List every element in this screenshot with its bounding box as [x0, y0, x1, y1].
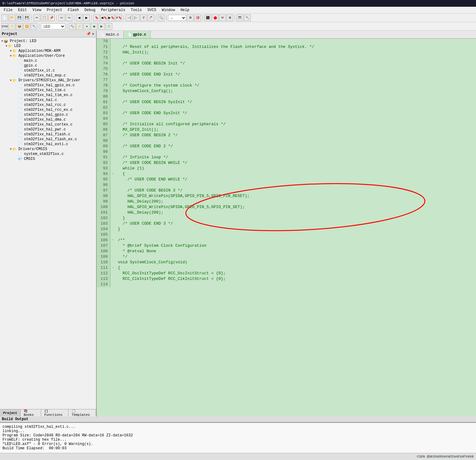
tree-node-4[interactable]: 📄main.c — [0, 58, 96, 63]
clear-bookmark-btn[interactable]: ✕🔖 — [115, 14, 122, 21]
tb2-btn5[interactable]: 🔧 — [31, 23, 37, 30]
menu-item-file[interactable]: File — [1, 7, 15, 13]
tree-node-9[interactable]: 📄stm32f1xx_hal_gpio_ex.c — [0, 83, 96, 88]
tree-node-24[interactable]: 💎CMSIS — [0, 157, 96, 161]
more-btn[interactable]: ⚙ — [226, 14, 233, 21]
code-container[interactable]: 7071 /* Reset of all peripherals, Initia… — [97, 39, 476, 287]
tree-node-6[interactable]: 📄stm32f1xx_it.c — [0, 68, 96, 73]
file-tab-gpio.c[interactable]: 📄gpio.c — [124, 31, 151, 38]
tree-node-5[interactable]: 📄gpio.c — [0, 63, 96, 68]
proj-tab-functions[interactable]: {} Functions — [41, 409, 68, 416]
back-btn[interactable]: ◀ — [76, 14, 83, 21]
debug2-btn[interactable]: ⟳ — [219, 14, 226, 21]
config-btn[interactable]: ⚙ — [187, 14, 194, 21]
tree-node-3[interactable]: ▼📁Application/User/Core — [0, 53, 96, 58]
outdent-btn[interactable]: |← — [133, 14, 140, 21]
tree-node-2[interactable]: ▼📁Application/MDK-ARM — [0, 48, 96, 53]
next-bookmark-btn[interactable]: ▶🔖 — [108, 14, 115, 21]
tb2-flash4[interactable]: ⬡ — [106, 23, 112, 30]
proj-tab-books[interactable]: 📚 Books — [21, 409, 41, 416]
line-fold-106[interactable]: − — [110, 238, 115, 243]
tb2-btn4[interactable]: 🔽 — [23, 23, 30, 30]
paste-btn[interactable]: 📌 — [48, 14, 55, 21]
new-btn[interactable]: 📄 — [1, 14, 8, 21]
file-tab-icon-1: 📄 — [128, 33, 132, 37]
tree-node-17[interactable]: 📄stm32f1xx_hal_cortex.c — [0, 122, 96, 127]
redo-btn[interactable]: ↪ — [66, 14, 72, 21]
menu-item-project[interactable]: Project — [44, 7, 64, 13]
tree-node-20[interactable]: 📄stm32f1xx_hal_flash_ex.c — [0, 137, 96, 142]
uncomment-btn[interactable]: /* — [148, 14, 154, 21]
bookmark-btn[interactable]: 🔖 — [93, 14, 100, 21]
menu-item-help[interactable]: Help — [178, 7, 192, 13]
tree-icon-19: 📄 — [18, 133, 22, 137]
prev-bookmark-btn[interactable]: ◀🔖 — [101, 14, 107, 21]
find-btn[interactable]: 🔍 — [158, 14, 164, 21]
run-btn[interactable]: ⬤ — [212, 14, 219, 21]
menu-item-tools[interactable]: Tools — [128, 7, 144, 13]
tree-label-14: stm32f1xx_hal_rcc_ex.c — [24, 108, 72, 112]
menu-item-window[interactable]: Window — [159, 7, 177, 13]
tree-node-19[interactable]: 📄stm32f1xx_hal_flash.c — [0, 132, 96, 137]
tree-icon-17: 📄 — [18, 123, 22, 127]
tree-node-14[interactable]: 📄stm32f1xx_hal_rcc_ex.c — [0, 107, 96, 112]
target-btn[interactable]: 🎯 — [194, 14, 201, 21]
tb2-build1[interactable]: 🔨 — [69, 23, 75, 30]
file-tab-main.c[interactable]: 📄main.c — [97, 31, 124, 38]
save-all-btn[interactable]: 💾 — [23, 14, 30, 21]
tree-icon-15: 📄 — [18, 113, 22, 117]
tree-node-18[interactable]: 📄stm32f1xx_hal_pwr.c — [0, 127, 96, 132]
stop-btn[interactable]: ⬛ — [204, 14, 211, 21]
menu-item-flash[interactable]: Flash — [65, 7, 81, 13]
pin-icon[interactable]: 📌 — [86, 32, 91, 36]
tree-node-7[interactable]: 📄stm32f1xx_hal_msp.c — [0, 73, 96, 78]
undo-btn[interactable]: ↩ — [58, 14, 65, 21]
tree-node-10[interactable]: 📄stm32f1xx_hal_tim.c — [0, 88, 96, 93]
tree-node-11[interactable]: 📄stm32f1xx_hal_tim_ex.c — [0, 93, 96, 98]
tb2-btn2[interactable]: ⚡ — [9, 23, 15, 30]
sep6 — [156, 15, 156, 21]
comment-btn[interactable]: // — [140, 14, 147, 21]
save-btn[interactable]: 💾 — [16, 14, 23, 21]
copy-btn[interactable]: 📋 — [41, 14, 48, 21]
line-fold-94[interactable]: − — [110, 171, 115, 177]
tree-node-15[interactable]: 📄stm32f1xx_hal_gpio.c — [0, 112, 96, 117]
menu-item-svcs[interactable]: SVCS — [145, 7, 159, 13]
forward-btn[interactable]: ▶ — [83, 14, 90, 21]
tree-node-22[interactable]: ▼📁Drivers/CMSIS — [0, 147, 96, 152]
menu-item-debug[interactable]: Debug — [82, 7, 98, 13]
project-tabs: Project📚 Books{} Functions📋 Templates — [0, 409, 96, 416]
close-icon[interactable]: ✕ — [92, 32, 94, 36]
window-btn[interactable]: 🗔 — [237, 14, 243, 21]
cut-btn[interactable]: ✂ — [33, 14, 40, 21]
tb2-flash3[interactable]: ▶ — [98, 23, 105, 30]
tree-node-8[interactable]: ▼📁Drivers/STM32F1xx_HAL_Driver — [0, 78, 96, 83]
line-num-87: 87 — [97, 133, 110, 138]
indent-btn[interactable]: →| — [126, 14, 132, 21]
tb2-btn1[interactable]: STM — [1, 23, 8, 30]
tb2-flash1[interactable]: ● — [83, 23, 90, 30]
tree-node-0[interactable]: ▼📦Project: LED — [0, 39, 96, 44]
line-fold-111[interactable]: − — [110, 265, 115, 271]
open-btn[interactable]: 📂 — [9, 14, 15, 21]
tree-node-13[interactable]: 📄stm32f1xx_hal_rcc.c — [0, 102, 96, 107]
file-tab-label-1: gpio.c — [133, 33, 146, 37]
tb2-build2[interactable]: ⚡ — [76, 23, 83, 30]
line-content-103: /* USER CODE END 3 */ — [115, 221, 476, 226]
menu-item-edit[interactable]: Edit — [16, 7, 29, 13]
tree-node-1[interactable]: ▼📁LED — [0, 44, 96, 48]
tree-node-16[interactable]: 📄stm32f1xx_hal_dma.c — [0, 117, 96, 122]
menu-item-view[interactable]: View — [30, 7, 44, 13]
proj-tab-templates[interactable]: 📋 Templates — [68, 409, 96, 416]
tree-node-21[interactable]: 📄stm32f1xx_hal_exti.c — [0, 142, 96, 147]
tree-node-12[interactable]: 📄stm32f1xx_hal.c — [0, 98, 96, 102]
tb2-btn3[interactable]: 📦 — [16, 23, 23, 30]
tree-node-23[interactable]: 📄system_stm32f1xx.c — [0, 152, 96, 157]
proj-tab-project[interactable]: Project — [0, 409, 21, 416]
target-dropdown[interactable]: LED — [41, 23, 65, 29]
menu-item-peripherals[interactable]: Peripherals — [99, 7, 128, 13]
config-dropdown[interactable]: -- — [168, 15, 186, 21]
tb2-flash2[interactable]: ◆ — [91, 23, 98, 30]
settings-btn[interactable]: 🔧 — [244, 14, 251, 21]
line-num-91: 91 — [97, 155, 110, 160]
